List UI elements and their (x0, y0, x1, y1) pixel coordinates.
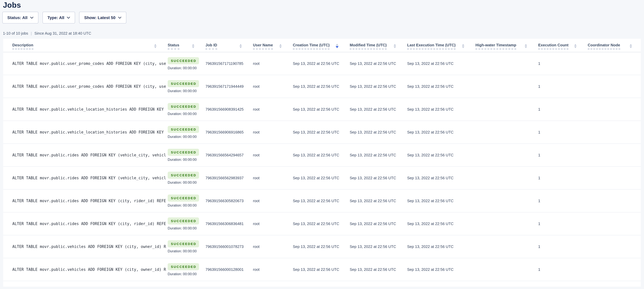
sort-icon[interactable] (192, 44, 194, 48)
modified-time: Sep 13, 2022 at 22:56 UTC (350, 244, 407, 249)
sort-up-arrow-icon (525, 44, 527, 46)
job-description[interactable]: ALTER TABLE movr.public.user_promo_codes… (12, 84, 167, 89)
user-name: root (253, 244, 293, 249)
sort-icon[interactable] (462, 44, 464, 48)
job-status-cell: SUCCEEDEDDuration: 00:00:00 (168, 103, 206, 116)
job-status-cell: SUCCEEDEDDuration: 00:00:00 (168, 240, 206, 253)
sort-down-arrow-icon (394, 46, 396, 48)
job-description[interactable]: ALTER TABLE movr.public.rides ADD FOREIG… (12, 153, 167, 157)
execution-count: 1 (538, 84, 588, 89)
job-duration: Duration: 00:00:00 (168, 66, 197, 70)
status-badge: SUCCEEDED (168, 240, 199, 247)
column-label-user: User Name (253, 43, 273, 49)
user-name: root (253, 199, 293, 203)
sort-up-arrow-icon (394, 44, 396, 46)
column-header-status[interactable]: Status (168, 43, 206, 49)
sort-down-arrow-icon (462, 46, 464, 48)
modified-time: Sep 13, 2022 at 22:56 UTC (350, 199, 407, 203)
table-row[interactable]: ALTER TABLE movr.public.vehicles ADD FOR… (3, 258, 641, 281)
user-name: root (253, 107, 293, 112)
job-id: 796391566305820673 (206, 199, 253, 203)
chevron-down-icon (30, 17, 33, 19)
table-row[interactable]: ALTER TABLE movr.public.rides ADD FOREIG… (3, 167, 641, 189)
status-badge: SUCCEEDED (168, 194, 199, 201)
column-header-modified[interactable]: Modified Time (UTC) (350, 43, 407, 49)
sort-icon[interactable] (336, 44, 338, 48)
modified-time: Sep 13, 2022 at 22:56 UTC (350, 130, 407, 134)
creation-time: Sep 13, 2022 at 22:56 UTC (293, 221, 350, 226)
sort-icon[interactable] (394, 44, 396, 48)
sort-icon[interactable] (574, 44, 576, 48)
job-description[interactable]: ALTER TABLE movr.public.vehicles ADD FOR… (12, 267, 167, 272)
job-status-cell: SUCCEEDEDDuration: 00:00:00 (168, 149, 206, 162)
sort-icon[interactable] (525, 44, 527, 48)
status-badge: SUCCEEDED (168, 217, 199, 224)
last-execution-time: Sep 13, 2022 at 22:56 UTC (407, 107, 476, 112)
jobs-table: DescriptionStatusJob IDUser NameCreation… (3, 39, 641, 287)
column-header-desc[interactable]: Description (3, 43, 168, 49)
column-label-execcount: Execution Count (538, 43, 568, 49)
creation-time: Sep 13, 2022 at 22:56 UTC (293, 199, 350, 203)
status-filter-dropdown[interactable]: Status: All (2, 12, 38, 24)
status-badge: SUCCEEDED (168, 126, 199, 133)
column-header-creation[interactable]: Creation Time (UTC) (293, 43, 350, 49)
job-description[interactable]: ALTER TABLE movr.public.rides ADD FOREIG… (12, 199, 167, 203)
table-row[interactable]: ALTER TABLE movr.public.rides ADD FOREIG… (3, 212, 641, 235)
table-row[interactable]: ALTER TABLE movr.public.user_promo_codes… (3, 75, 641, 98)
column-label-modified: Modified Time (UTC) (350, 43, 387, 49)
job-description[interactable]: ALTER TABLE movr.public.vehicle_location… (12, 107, 167, 112)
column-header-highwater[interactable]: High-water Timestamp (476, 43, 538, 49)
job-id: 796391567171190785 (206, 61, 253, 66)
job-description-cell: ALTER TABLE movr.public.rides ADD FOREIG… (3, 176, 168, 180)
creation-time: Sep 13, 2022 at 22:56 UTC (293, 267, 350, 272)
show-filter-dropdown[interactable]: Show: Latest 50 (79, 12, 126, 24)
status-badge: SUCCEEDED (168, 57, 199, 64)
column-header-user[interactable]: User Name (253, 43, 293, 49)
column-label-lastexec: Last Execution Time (UTC) (407, 43, 456, 49)
status-badge: SUCCEEDED (168, 80, 199, 87)
column-header-execcount[interactable]: Execution Count (538, 43, 588, 49)
sort-down-arrow-icon (525, 46, 527, 48)
job-description[interactable]: ALTER TABLE movr.public.vehicles ADD FOR… (12, 244, 167, 249)
table-row[interactable]: ALTER TABLE movr.public.rides ADD FOREIG… (3, 144, 641, 167)
job-description-cell: ALTER TABLE movr.public.rides ADD FOREIG… (3, 153, 168, 157)
status-filter-label: Status: All (7, 15, 28, 20)
sort-icon[interactable] (630, 44, 632, 48)
job-description[interactable]: ALTER TABLE movr.public.rides ADD FOREIG… (12, 221, 167, 226)
execution-count: 1 (538, 130, 588, 134)
last-execution-time: Sep 13, 2022 at 22:56 UTC (407, 244, 476, 249)
column-header-jobid[interactable]: Job ID (206, 43, 253, 49)
table-row[interactable]: ALTER TABLE movr.public.vehicle_location… (3, 98, 641, 121)
table-row[interactable]: ALTER TABLE movr.public.vehicle_location… (3, 121, 641, 144)
column-label-creation: Creation Time (UTC) (293, 43, 330, 49)
type-filter-dropdown[interactable]: Type: All (42, 12, 75, 24)
table-row[interactable]: ALTER TABLE movr.public.vehicles ADD FOR… (3, 235, 641, 258)
job-id: 796391566306836481 (206, 221, 253, 226)
job-description[interactable]: ALTER TABLE movr.public.user_promo_codes… (12, 61, 167, 66)
user-name: root (253, 84, 293, 89)
modified-time: Sep 13, 2022 at 22:56 UTC (350, 153, 407, 157)
sort-icon[interactable] (279, 44, 282, 48)
user-name: root (253, 61, 293, 66)
job-duration: Duration: 00:00:00 (168, 272, 197, 276)
job-description-cell: ALTER TABLE movr.public.user_promo_codes… (3, 61, 168, 66)
job-description-cell: ALTER TABLE movr.public.vehicle_location… (3, 107, 168, 112)
sort-up-arrow-icon (279, 44, 282, 46)
sort-icon[interactable] (154, 44, 156, 48)
sort-icon[interactable] (240, 44, 242, 48)
job-description-cell: ALTER TABLE movr.public.rides ADD FOREIG… (3, 221, 168, 226)
show-filter-label: Show: Latest 50 (84, 15, 116, 20)
creation-time: Sep 13, 2022 at 22:56 UTC (293, 176, 350, 180)
sort-up-arrow-icon (240, 44, 242, 46)
creation-time: Sep 13, 2022 at 22:56 UTC (293, 130, 350, 134)
job-description[interactable]: ALTER TABLE movr.public.rides ADD FOREIG… (12, 176, 167, 180)
job-duration: Duration: 00:00:00 (168, 157, 197, 162)
job-description[interactable]: ALTER TABLE movr.public.vehicle_location… (12, 130, 167, 134)
column-header-lastexec[interactable]: Last Execution Time (UTC) (407, 43, 476, 49)
column-header-coord[interactable]: Coordinator Node (588, 43, 641, 49)
job-description-cell: ALTER TABLE movr.public.vehicle_location… (3, 130, 168, 134)
jobs-summary: 1-10 of 10 jobs | Since Aug 31, 2022 at … (3, 31, 644, 36)
table-row[interactable]: ALTER TABLE movr.public.user_promo_codes… (3, 52, 641, 75)
table-row[interactable]: ALTER TABLE movr.public.rides ADD FOREIG… (3, 189, 641, 212)
sort-down-arrow-icon (192, 46, 194, 48)
